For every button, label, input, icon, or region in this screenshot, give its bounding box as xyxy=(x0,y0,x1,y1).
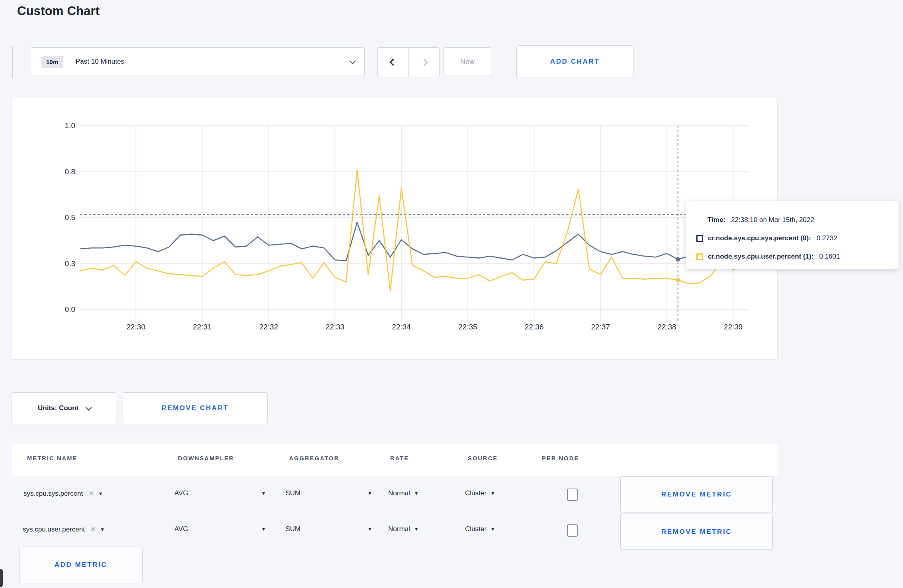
tooltip-series-value: 0.2732 xyxy=(817,234,837,242)
col-metric-name: METRIC NAME xyxy=(27,455,78,461)
col-downsampler: DOWNSAMPLER xyxy=(178,455,234,461)
remove-chart-button[interactable]: REMOVE CHART xyxy=(123,392,268,424)
svg-text:0.5: 0.5 xyxy=(65,213,75,222)
svg-text:0.8: 0.8 xyxy=(65,167,75,176)
metric-name-value: sys.cpu.sys.percent xyxy=(23,490,83,498)
aggregator-select[interactable]: SUM ▼ xyxy=(285,525,372,533)
caret-down-icon: ▼ xyxy=(261,526,266,532)
col-rate: RATE xyxy=(390,455,409,461)
chevron-right-icon xyxy=(420,58,428,66)
svg-text:22:38: 22:38 xyxy=(657,323,676,331)
metrics-table-header: METRIC NAME DOWNSAMPLER AGGREGATOR RATE … xyxy=(12,444,778,476)
caret-down-icon: ▼ xyxy=(100,527,105,532)
caret-down-icon: ▼ xyxy=(491,491,495,496)
caret-down-icon: ▼ xyxy=(491,526,495,532)
metric-name-select[interactable]: sys.cpu.sys.percent ✕ ▼ xyxy=(23,489,103,498)
chevron-left-icon xyxy=(389,58,397,66)
per-node-checkbox[interactable] xyxy=(567,524,578,537)
next-time-button[interactable] xyxy=(408,48,439,77)
time-range-dropdown[interactable]: 10m Past 10 Minutes xyxy=(31,47,365,76)
remove-metric-button[interactable]: REMOVE METRIC xyxy=(620,476,773,512)
aggregator-select[interactable]: SUM ▼ xyxy=(285,489,372,497)
add-chart-button[interactable]: ADD CHART xyxy=(516,45,633,78)
downsampler-value: AVG xyxy=(174,489,188,497)
chevron-down-icon xyxy=(86,404,92,411)
caret-down-icon: ▼ xyxy=(367,491,372,496)
tooltip-time-value: 22:38:10 on Mar 15th, 2022 xyxy=(731,216,814,224)
col-aggregator: AGGREGATOR xyxy=(289,455,339,461)
units-label: Units: Count xyxy=(38,404,78,412)
svg-text:22:33: 22:33 xyxy=(326,323,345,331)
series-user-swatch-icon xyxy=(696,253,703,260)
downsampler-value: AVG xyxy=(174,525,188,533)
time-range-label: Past 10 Minutes xyxy=(76,58,124,66)
svg-text:22:31: 22:31 xyxy=(193,323,212,331)
col-per-node: PER NODE xyxy=(542,455,579,461)
col-source: SOURCE xyxy=(468,455,498,461)
chart-card[interactable]: 0.00.30.50.81.022:3022:3122:3222:3322:34… xyxy=(12,98,778,360)
svg-text:0.0: 0.0 xyxy=(65,305,75,313)
svg-text:22:34: 22:34 xyxy=(392,323,411,331)
page-title: Custom Chart xyxy=(17,4,100,18)
series-sys-swatch-icon xyxy=(696,235,703,242)
caret-down-icon: ▼ xyxy=(261,491,266,496)
downsampler-select[interactable]: AVG ▼ xyxy=(174,525,266,533)
metric-name-select[interactable]: sys.cpu.user.percent ✕ ▼ xyxy=(23,525,105,533)
timeseries-chart[interactable]: 0.00.30.50.81.022:3022:3122:3222:3322:34… xyxy=(12,98,777,359)
svg-text:0.3: 0.3 xyxy=(65,259,75,268)
aggregator-value: SUM xyxy=(285,489,301,497)
add-metric-button[interactable]: ADD METRIC xyxy=(19,547,143,583)
units-dropdown[interactable]: Units: Count xyxy=(12,392,116,424)
now-button[interactable]: Now xyxy=(444,47,491,76)
per-node-checkbox[interactable] xyxy=(567,489,578,501)
time-range-badge: 10m xyxy=(41,56,63,68)
caret-down-icon: ▼ xyxy=(414,491,419,496)
caret-down-icon: ▼ xyxy=(367,526,372,532)
remove-metric-button[interactable]: REMOVE METRIC xyxy=(620,514,773,550)
source-select[interactable]: Cluster ▼ xyxy=(465,489,495,497)
svg-text:22:36: 22:36 xyxy=(525,323,544,331)
svg-text:22:39: 22:39 xyxy=(724,323,743,331)
screen-edge-artifact xyxy=(0,569,3,587)
chevron-down-icon xyxy=(350,58,356,64)
svg-text:1.0: 1.0 xyxy=(65,121,75,130)
source-value: Cluster xyxy=(465,489,487,497)
metric-name-value: sys.cpu.user.percent xyxy=(23,526,85,533)
prev-time-button[interactable] xyxy=(378,48,408,77)
downsampler-select[interactable]: AVG ▼ xyxy=(174,489,266,497)
time-pager xyxy=(377,47,440,77)
source-value: Cluster xyxy=(465,525,487,533)
source-select[interactable]: Cluster ▼ xyxy=(465,525,495,533)
clear-metric-icon[interactable]: ✕ xyxy=(88,489,94,498)
svg-text:22:32: 22:32 xyxy=(259,323,278,331)
chart-tooltip: Time: 22:38:10 on Mar 15th, 2022 cr.node… xyxy=(686,201,899,269)
tooltip-time-label: Time: xyxy=(708,216,725,224)
rate-value: Normal xyxy=(388,525,410,533)
svg-text:22:37: 22:37 xyxy=(591,323,610,331)
svg-text:22:30: 22:30 xyxy=(127,323,146,331)
tooltip-series-label: cr.node.sys.cpu.sys.percent (0): xyxy=(708,234,811,242)
rate-value: Normal xyxy=(388,489,410,497)
tooltip-series-label: cr.node.sys.cpu.user.percent (1): xyxy=(708,253,813,261)
caret-down-icon: ▼ xyxy=(98,491,103,496)
aggregator-value: SUM xyxy=(285,525,301,533)
rate-select[interactable]: Normal ▼ xyxy=(388,525,419,533)
controls-divider xyxy=(12,46,13,78)
rate-select[interactable]: Normal ▼ xyxy=(388,489,419,497)
clear-metric-icon[interactable]: ✕ xyxy=(90,525,96,533)
svg-text:22:35: 22:35 xyxy=(458,323,477,331)
caret-down-icon: ▼ xyxy=(414,526,419,532)
tooltip-series-value: 0.1601 xyxy=(819,253,840,261)
